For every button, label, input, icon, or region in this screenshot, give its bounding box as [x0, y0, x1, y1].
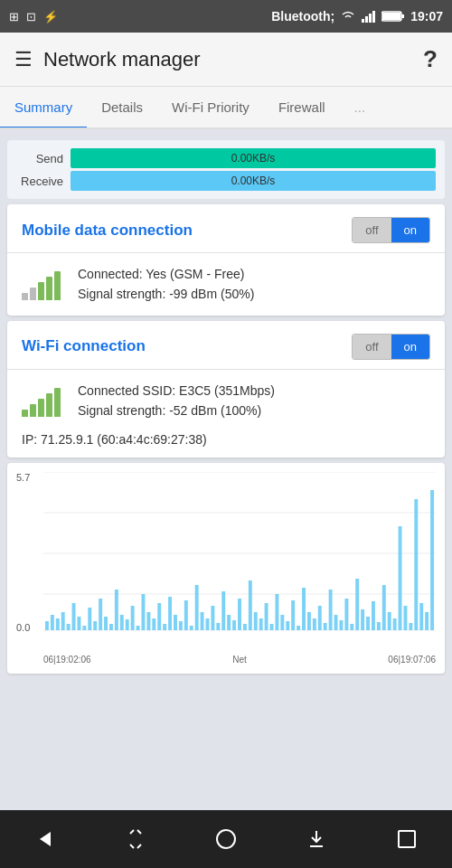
tab-summary[interactable]: Summary — [0, 87, 87, 127]
svg-point-90 — [217, 830, 235, 848]
tab-bar: Summary Details Wi-Fi Priority Firewall … — [0, 87, 452, 129]
svg-rect-63 — [318, 606, 322, 630]
wifi-card-header: Wi-Fi connection off on — [7, 321, 445, 370]
svg-line-89 — [137, 844, 141, 848]
svg-rect-24 — [109, 624, 113, 630]
svg-rect-41 — [201, 612, 204, 630]
mobile-toggle[interactable]: off on — [352, 217, 430, 243]
svg-rect-80 — [409, 623, 412, 630]
svg-rect-34 — [163, 624, 166, 630]
svg-rect-64 — [324, 623, 327, 630]
svg-line-86 — [130, 830, 134, 834]
svg-rect-3 — [372, 11, 375, 23]
mobile-card-header: Mobile data connection off on — [7, 204, 445, 253]
chart-y-max: 5.7 — [16, 472, 30, 483]
chart-card: 5.7 0.0 — [7, 463, 445, 674]
svg-rect-45 — [221, 591, 225, 630]
svg-rect-28 — [131, 606, 135, 630]
svg-line-87 — [137, 830, 141, 834]
svg-marker-85 — [40, 832, 51, 846]
home-button[interactable] — [204, 817, 248, 861]
svg-rect-22 — [99, 599, 102, 630]
send-value: 0.00KB/s — [231, 152, 276, 165]
wifi-ip: IP: 71.25.9.1 (60:a4:4c:69:27:38) — [7, 432, 445, 458]
receive-value: 0.00KB/s — [231, 175, 276, 187]
svg-rect-66 — [334, 615, 338, 630]
svg-rect-67 — [339, 620, 343, 630]
status-bar-left: ⊞ ⊡ ⚡ — [9, 10, 58, 24]
svg-rect-1 — [365, 16, 368, 23]
svg-rect-42 — [206, 618, 210, 630]
svg-rect-25 — [115, 590, 118, 630]
svg-rect-69 — [350, 624, 353, 630]
mobile-card-body: Connected: Yes (GSM - Free) Signal stren… — [7, 253, 445, 316]
svg-rect-70 — [355, 579, 359, 630]
svg-rect-76 — [388, 612, 391, 630]
svg-rect-62 — [313, 618, 316, 630]
tab-firewall[interactable]: Firewall — [264, 87, 340, 127]
svg-rect-2 — [369, 14, 372, 23]
svg-rect-30 — [142, 594, 146, 630]
main-content: Send 0.00KB/s Receive 0.00KB/s Mobile da… — [0, 129, 452, 810]
menu-button[interactable]: ☰ — [14, 48, 33, 71]
svg-rect-17 — [72, 603, 76, 630]
svg-rect-35 — [168, 597, 172, 630]
tab-wifi-priority[interactable]: Wi-Fi Priority — [157, 87, 264, 127]
wifi-toggle-off[interactable]: off — [353, 335, 391, 359]
svg-rect-44 — [216, 623, 220, 630]
traffic-section: Send 0.00KB/s Receive 0.00KB/s — [7, 140, 445, 199]
chart-y-min: 0.0 — [16, 622, 30, 633]
status-bar-right: Bluetooth; 19:07 — [271, 9, 443, 24]
svg-rect-51 — [254, 612, 258, 630]
back-button[interactable] — [24, 817, 67, 861]
svg-rect-32 — [152, 618, 155, 630]
svg-rect-48 — [238, 599, 241, 630]
svg-rect-12 — [45, 621, 49, 630]
svg-rect-54 — [270, 624, 274, 630]
svg-rect-33 — [157, 603, 161, 630]
svg-rect-71 — [361, 609, 364, 630]
mobile-signal-icon — [22, 264, 65, 300]
wifi-card-info: Connected SSID: E3C5 (351Mbps) Signal st… — [78, 381, 275, 421]
svg-rect-59 — [297, 626, 300, 630]
battery-icon — [381, 10, 405, 23]
recent-apps-button[interactable] — [114, 817, 157, 861]
svg-rect-74 — [377, 622, 381, 630]
mobile-toggle-off[interactable]: off — [353, 218, 391, 242]
svg-rect-75 — [382, 585, 386, 630]
mobile-toggle-on[interactable]: on — [391, 218, 429, 242]
wifi-card-title: Wi-Fi connection — [22, 337, 146, 355]
svg-rect-39 — [190, 626, 193, 630]
help-button[interactable]: ? — [423, 45, 438, 73]
svg-rect-53 — [265, 603, 268, 630]
svg-rect-50 — [249, 580, 252, 630]
app-icon-1: ⊞ — [9, 10, 19, 24]
svg-rect-65 — [329, 590, 333, 630]
chart-label-center: Net — [232, 655, 247, 665]
svg-rect-78 — [399, 526, 402, 630]
receive-bar: 0.00KB/s — [71, 171, 436, 191]
download-button[interactable] — [295, 817, 338, 861]
tab-details[interactable]: Details — [87, 87, 157, 127]
status-bar: ⊞ ⊡ ⚡ Bluetooth; 19:07 — [0, 0, 452, 33]
svg-rect-21 — [93, 621, 97, 630]
square-button[interactable] — [385, 817, 428, 861]
svg-rect-13 — [51, 615, 54, 630]
svg-rect-79 — [403, 606, 407, 630]
usb-icon: ⚡ — [43, 10, 58, 24]
svg-rect-72 — [366, 617, 370, 630]
wifi-toggle[interactable]: off on — [352, 334, 430, 360]
mobile-data-card: Mobile data connection off on Connected:… — [7, 204, 445, 316]
svg-rect-73 — [372, 601, 375, 630]
chart-container: 5.7 0.0 — [16, 472, 436, 653]
svg-rect-0 — [362, 19, 364, 23]
svg-rect-55 — [275, 594, 278, 630]
svg-rect-5 — [401, 14, 404, 18]
wifi-toggle-on[interactable]: on — [391, 335, 429, 359]
wifi-icon — [340, 10, 356, 23]
svg-rect-6 — [382, 13, 400, 20]
svg-rect-82 — [419, 603, 423, 630]
chart-label-left: 06|19:02:06 — [43, 655, 91, 665]
svg-rect-19 — [82, 626, 86, 630]
tab-more[interactable]: ... — [340, 87, 381, 127]
